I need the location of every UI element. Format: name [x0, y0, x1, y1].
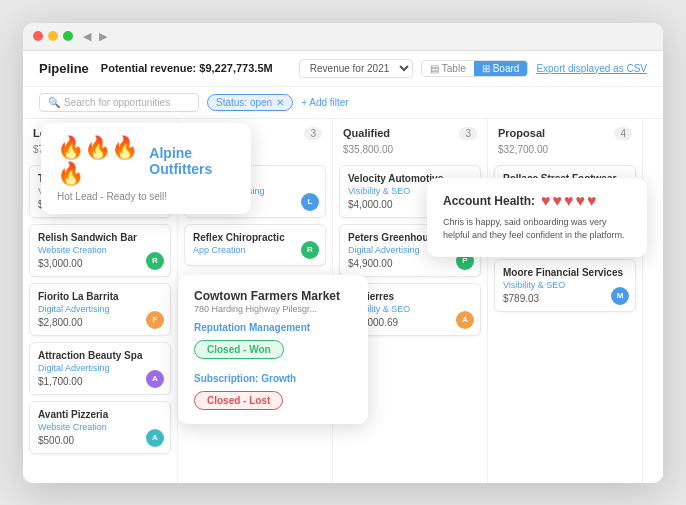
- export-link[interactable]: Export displayed as CSV: [536, 63, 647, 74]
- status-filter-tag[interactable]: Status: open ✕: [207, 94, 293, 111]
- col-amount-qualified: $35,800.00: [333, 144, 487, 161]
- board-icon: ⊞: [482, 63, 490, 74]
- account-health-text: Chris is happy, said onboarding was very…: [443, 216, 631, 243]
- status-filter-label: Status: open: [216, 97, 272, 108]
- col-title-qualified: Qualified: [343, 127, 390, 139]
- board-view-btn[interactable]: ⊞ Board: [474, 61, 528, 76]
- heart-1: ♥: [541, 192, 551, 210]
- dot-yellow[interactable]: [48, 31, 58, 41]
- avatar: M: [611, 287, 629, 305]
- dot-red[interactable]: [33, 31, 43, 41]
- back-arrow[interactable]: ◀: [83, 30, 91, 43]
- revenue-value: $9,227,773.5M: [199, 62, 272, 74]
- popup-alpine-header: 🔥🔥🔥🔥 Alpine Outfitters: [57, 135, 235, 187]
- table-row[interactable]: Attraction Beauty Spa Digital Advertisin…: [29, 342, 171, 395]
- kanban-col-proposal: Proposal 4 $32,700.00 Pollace Street Foo…: [488, 119, 643, 483]
- avatar: F: [146, 311, 164, 329]
- table-view-btn[interactable]: ▤ Table: [422, 61, 474, 76]
- status-filter-close[interactable]: ✕: [276, 97, 284, 108]
- popup-alpine[interactable]: 🔥🔥🔥🔥 Alpine Outfitters Hot Lead - Ready …: [41, 123, 251, 214]
- pipeline-title: Pipeline: [39, 61, 89, 76]
- top-bar-right: Revenue for 2021 ▤ Table ⊞ Board Export …: [299, 59, 647, 78]
- avatar: A: [146, 429, 164, 447]
- add-filter-btn[interactable]: + Add filter: [301, 97, 349, 108]
- account-health-title: Account Health:: [443, 194, 535, 208]
- heart-4: ♥: [576, 192, 586, 210]
- cowtown-section2-label: Subscription: Growth: [194, 373, 352, 384]
- col-title-proposal: Proposal: [498, 127, 545, 139]
- avatar: L: [301, 193, 319, 211]
- badge-closed-won: Closed - Won: [194, 340, 284, 359]
- alpine-subtitle: Hot Lead - Ready to sell!: [57, 191, 235, 202]
- popup-account-health[interactable]: Account Health: ♥ ♥ ♥ ♥ ♥ Chris is happy…: [427, 178, 647, 257]
- revenue-select[interactable]: Revenue for 2021: [299, 59, 413, 78]
- filter-bar: 🔍 Search for opportunities Status: open …: [23, 87, 663, 119]
- cowtown-address: 780 Harding Highway Pilesgr...: [194, 304, 352, 314]
- hearts: ♥ ♥ ♥ ♥ ♥: [541, 192, 597, 210]
- heart-2: ♥: [553, 192, 563, 210]
- view-toggle: ▤ Table ⊞ Board: [421, 60, 529, 77]
- alpine-title: Alpine Outfitters: [149, 145, 235, 177]
- search-icon: 🔍: [48, 97, 60, 108]
- revenue-label: Potential revenue: $9,227,773.5M: [101, 62, 273, 74]
- avatar: A: [146, 370, 164, 388]
- browser-content: Pipeline Potential revenue: $9,227,773.5…: [23, 51, 663, 483]
- col-count-proposal: 4: [614, 127, 632, 140]
- heart-3: ♥: [564, 192, 574, 210]
- col-count-contact: 3: [304, 127, 322, 140]
- browser-titlebar: ◀ ▶: [23, 23, 663, 51]
- table-icon: ▤: [430, 63, 439, 74]
- table-row[interactable]: Relish Sandwich Bar Website Creation $3,…: [29, 224, 171, 277]
- heart-5: ♥: [587, 192, 597, 210]
- badge-closed-lost: Closed - Lost: [194, 391, 283, 410]
- search-placeholder: Search for opportunities: [64, 97, 170, 108]
- table-row[interactable]: Reflex Chiropractic App Creation R: [184, 224, 326, 266]
- account-health-header: Account Health: ♥ ♥ ♥ ♥ ♥: [443, 192, 631, 210]
- browser-nav: ◀ ▶: [83, 30, 107, 43]
- table-row[interactable]: Avanti Pizzeria Website Creation $500.00…: [29, 401, 171, 454]
- dot-green[interactable]: [63, 31, 73, 41]
- avatar: A: [456, 311, 474, 329]
- top-bar: Pipeline Potential revenue: $9,227,773.5…: [23, 51, 663, 87]
- flame-icon: 🔥🔥🔥🔥: [57, 135, 141, 187]
- cowtown-title: Cowtown Farmers Market: [194, 289, 352, 303]
- table-row[interactable]: Moore Financial Services Visibility & SE…: [494, 259, 636, 312]
- popup-cowtown[interactable]: Cowtown Farmers Market 780 Harding Highw…: [178, 275, 368, 424]
- col-amount-proposal: $32,700.00: [488, 144, 642, 161]
- avatar: R: [301, 241, 319, 259]
- table-row[interactable]: Fiorito La Barrita Digital Advertising $…: [29, 283, 171, 336]
- browser-dots: [33, 31, 73, 41]
- col-header-proposal: Proposal 4: [488, 119, 642, 144]
- col-header-qualified: Qualified 3: [333, 119, 487, 144]
- col-count-qualified: 3: [459, 127, 477, 140]
- forward-arrow[interactable]: ▶: [99, 30, 107, 43]
- cowtown-section1-label: Reputation Management: [194, 322, 352, 333]
- avatar: R: [146, 252, 164, 270]
- search-box[interactable]: 🔍 Search for opportunities: [39, 93, 199, 112]
